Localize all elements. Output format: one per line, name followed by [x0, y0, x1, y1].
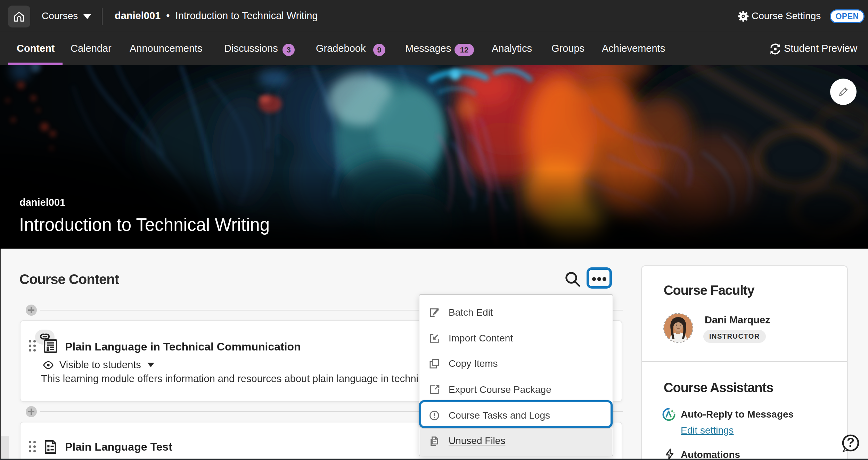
svg-text:?: ? — [847, 435, 855, 450]
